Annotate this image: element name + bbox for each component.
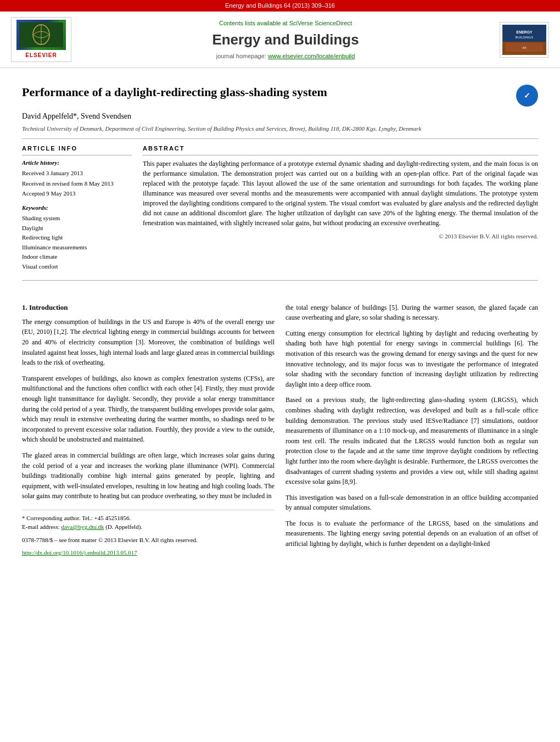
svg-text:64: 64 [523,46,527,49]
intro-para-1: The energy consumption of buildings in t… [22,317,275,368]
issn-line: 0378-7788/$ – see front matter © 2013 El… [22,536,275,544]
right-para-2: Cutting energy consumption for electrica… [285,328,538,390]
elsevier-logo-box: ELSEVIER [11,17,71,62]
keyword-4: Illuminance measurements [22,243,132,253]
divider-1 [22,138,538,139]
copyright-line: © 2013 Elsevier B.V. All rights reserved… [143,232,538,241]
intro-para-3: The glazed areas in commercial buildings… [22,450,275,501]
abstract-text: This paper evaluates the daylighting per… [143,159,538,228]
right-para-4: This investigation was based on a full-s… [285,493,538,513]
body-right-col: the total energy balance of buildings [5… [285,303,538,557]
paper-title-row: Performance of a daylight-redirecting gl… [22,85,538,107]
email-label: E-mail address: [22,523,61,530]
doi-line: http://dx.doi.org/10.1016/j.enbuild.2013… [22,549,275,557]
homepage-link[interactable]: www.elsevier.com/locate/enbuild [268,53,355,59]
journal-header: ELSEVIER Contents lists available at Sci… [0,12,560,68]
received-2: Received in revised form 8 May 2013 [22,179,132,188]
body-left-col: 1. Introduction The energy consumption o… [22,303,275,557]
paper-title: Performance of a daylight-redirecting gl… [22,85,511,101]
sciverse-line: Contents lists available at SciVerse Sci… [71,19,500,27]
intro-para-2: Transparent envelopes of buildings, also… [22,373,275,445]
issn-text: 0378-7788/$ – see front matter © 2013 El… [22,537,198,543]
email-suffix: (D. Appelfeld). [104,523,142,530]
divider-2 [22,280,538,281]
footnote-area: * Corresponding author. Tel.: +45 452518… [22,510,275,557]
abstract-col: ABSTRACT This paper evaluates the daylig… [143,144,538,271]
article-info-heading: ARTICLE INFO [22,144,132,155]
elsevier-text: ELSEVIER [14,52,69,59]
main-body: 1. Introduction The energy consumption o… [0,303,560,568]
article-history-label: Article history: [22,159,132,167]
affiliation: Technical University of Denmark, Departm… [22,125,538,133]
journal-center: Contents lists available at SciVerse Sci… [71,19,500,60]
doi-link[interactable]: http://dx.doi.org/10.1016/j.enbuild.2013… [22,549,137,556]
homepage-line: journal homepage: www.elsevier.com/locat… [71,52,500,60]
svg-text:ENERGY: ENERGY [516,30,533,34]
right-para-5: The focus is to evaluate the performance… [285,518,538,549]
content-area: Performance of a daylight-redirecting gl… [0,68,560,294]
journal-title: Energy and Buildings [71,30,500,49]
crossmark-badge: ✓ [516,85,538,107]
email-link[interactable]: dava@byg.dtu.dk [61,523,104,530]
right-para-1: the total energy balance of buildings [5… [285,303,538,323]
accepted: Accepted 9 May 2013 [22,189,132,198]
corresponding-author: * Corresponding author. Tel.: +45 452518… [22,514,275,523]
energy-logo-image: ENERGY BUILDINGS 64 [502,25,546,55]
energy-logo-box: ENERGY BUILDINGS 64 [500,22,549,58]
email-line: E-mail address: dava@byg.dtu.dk (D. Appe… [22,522,275,532]
keyword-6: Visual comfort [22,262,132,272]
keywords-section: Keywords: Shading system Daylight Redire… [22,204,132,272]
article-info-col: ARTICLE INFO Article history: Received 3… [22,144,132,271]
keywords-label: Keywords: [22,204,132,212]
authors: David Appelfeld*, Svend Svendsen [22,111,538,122]
introduction-title: 1. Introduction [22,303,275,313]
journal-citation: Energy and Buildings 64 (2013) 309–316 [225,2,335,9]
right-para-3: Based on a previous study, the light-red… [285,395,538,487]
svg-text:BUILDINGS: BUILDINGS [516,36,533,39]
article-meta-section: ARTICLE INFO Article history: Received 3… [22,144,538,271]
keyword-2: Daylight [22,224,132,233]
keyword-5: Indoor climate [22,252,132,262]
svg-text:✓: ✓ [524,91,530,100]
received-1: Received 3 January 2013 [22,169,132,178]
journal-header-bar: Energy and Buildings 64 (2013) 309–316 [0,0,560,12]
elsevier-logo-image [16,20,66,50]
keyword-3: Redirecting light [22,233,132,243]
abstract-heading: ABSTRACT [143,144,538,155]
keyword-1: Shading system [22,214,132,224]
